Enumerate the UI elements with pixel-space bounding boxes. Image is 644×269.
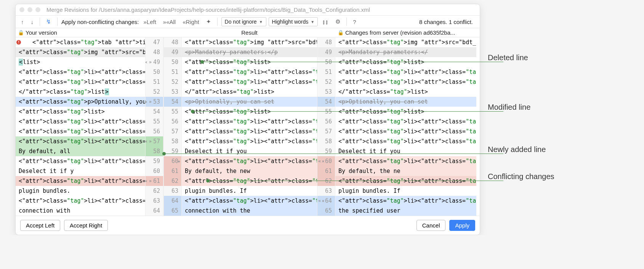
mid-code[interactable]: <"attr">class="tag">li><"attr">class="ta… (182, 117, 317, 126)
mid-code[interactable]: <"attr">class="tag">img "attr">src="bdt_… (182, 37, 317, 47)
prev-diff-icon[interactable]: ↑ (19, 18, 26, 26)
left-gutter[interactable]: 64 (145, 206, 163, 216)
mid-code[interactable]: <"attr">class="tag">li><"attr">class="ta… (182, 126, 317, 136)
right-code[interactable]: By default, the ne (335, 166, 476, 176)
right-code[interactable]: plugin bundles. If (335, 186, 476, 196)
gear-icon[interactable]: ⚙ (333, 17, 343, 26)
left-gutter[interactable]: 54 (145, 107, 163, 117)
accept-left-button[interactable]: Accept Left (20, 220, 60, 231)
left-code[interactable]: <"attr">class="tag">li><"attr">class="ta… (16, 126, 145, 136)
mid-code[interactable]: <"attr">class="tag">li><"attr">class="ta… (182, 136, 317, 146)
left-code[interactable]: <"attr">class="tag">li><"attr">class="ta… (16, 136, 145, 146)
mid-right-gutter[interactable]: 49 (317, 47, 335, 57)
right-code[interactable]: <"attr">class="tag">li><"attr">class="ta… (335, 156, 476, 166)
mid-right-gutter[interactable]: 64«✕ (317, 196, 335, 206)
cancel-button[interactable]: Cancel (417, 220, 446, 231)
left-code[interactable]: <list> (16, 57, 145, 67)
right-code[interactable]: Deselect it if you (335, 146, 476, 156)
mid-code[interactable]: <p>Mandatory parameters:</p (182, 47, 317, 57)
right-code[interactable]: <"attr">class="tag">li><"attr">class="ta… (335, 67, 476, 77)
mid-left-gutter[interactable]: 48 (163, 37, 182, 47)
left-gutter[interactable]: 51 (145, 77, 163, 87)
left-code[interactable]: <"attr">class="tag">li><"attr">class="ta… (16, 156, 145, 166)
accept-right-icon[interactable]: « (318, 156, 321, 166)
mid-code[interactable]: <"attr">class="tag">li><"attr">class="ta… (182, 196, 317, 206)
right-code[interactable]: <"attr">class="tag">li><"attr">class="ta… (335, 176, 476, 186)
mid-code[interactable]: <"attr">class="tag">li><"attr">class="ta… (182, 156, 317, 166)
right-code[interactable]: </"attr">class="tag">list> (335, 87, 476, 97)
sync-scroll-icon[interactable]: ⫿⫿ (320, 18, 331, 26)
left-code[interactable]: ! <"attr">class="tag">tab "attr">title="… (16, 37, 145, 47)
mid-right-gutter[interactable]: 55 (317, 107, 335, 117)
reject-icon[interactable]: ✕ (145, 57, 147, 67)
help-icon[interactable]: ? (351, 18, 358, 26)
reject-right-icon[interactable]: ✕ (322, 196, 324, 206)
right-code[interactable]: <"attr">class="tag">li><"attr">class="ta… (335, 117, 476, 126)
left-gutter[interactable]: 50 (145, 67, 163, 77)
mid-right-gutter[interactable]: 53 (317, 87, 335, 97)
apply-left-button[interactable]: » Left (141, 18, 158, 26)
mid-left-gutter[interactable]: 60 ✦ (163, 156, 182, 166)
right-code[interactable]: <"attr">class="tag">list> (335, 57, 476, 67)
left-gutter[interactable]: ✕»57 (145, 136, 163, 146)
right-code[interactable]: <"attr">class="tag">li><"attr">class="ta… (335, 196, 476, 206)
left-gutter[interactable]: 62 (145, 186, 163, 196)
mid-left-gutter[interactable]: 58 (163, 136, 182, 146)
next-diff-icon[interactable]: ↓ (29, 18, 36, 26)
traffic-lights[interactable] (19, 7, 40, 12)
mid-right-gutter[interactable]: 56 (317, 117, 335, 126)
mid-right-gutter[interactable]: 63 (317, 186, 335, 196)
left-gutter[interactable]: ✕»53 (145, 97, 163, 107)
accept-icon[interactable]: » (149, 97, 152, 107)
left-code[interactable]: <"attr">class="tag">li><"attr">class="ta… (16, 176, 145, 186)
mid-right-gutter[interactable]: 48 (317, 37, 335, 47)
left-gutter[interactable]: ✕»49 (145, 57, 163, 67)
mid-left-gutter[interactable]: 61 (163, 166, 182, 176)
mid-right-gutter[interactable]: 57 (317, 126, 335, 136)
left-gutter[interactable]: 60 (145, 166, 163, 176)
mid-left-gutter[interactable]: 49 (163, 47, 182, 57)
min-dot[interactable] (27, 7, 32, 12)
magic-resolve-icon[interactable]: ↯ (44, 17, 53, 26)
highlight-combo[interactable]: Highlight words▼ (269, 17, 318, 26)
titlebar[interactable]: Merge Revisions for /Users/anna.gasparya… (16, 4, 480, 16)
left-code[interactable]: <"attr">class="tag">li><"attr">class="ta… (16, 77, 145, 87)
mid-code[interactable]: <"attr">class="tag">li><"attr">class="ta… (182, 67, 317, 77)
mid-code[interactable]: By default, the new (182, 166, 317, 176)
left-code[interactable]: <"attr">class="tag">li><"attr">class="ta… (16, 67, 145, 77)
reject-right-icon[interactable]: ✕ (322, 156, 324, 166)
left-gutter[interactable]: 55 (145, 117, 163, 126)
left-code[interactable]: <"attr">class="tag">list> (16, 107, 145, 117)
mid-right-gutter[interactable]: 65 (317, 206, 335, 216)
accept-right-icon[interactable]: « (318, 196, 321, 206)
mid-left-gutter[interactable]: 64 (163, 196, 182, 206)
mid-right-gutter[interactable]: 58 (317, 136, 335, 146)
left-code[interactable]: plugin bundles. (16, 186, 145, 196)
left-code[interactable]: <"attr">class="tag">img "attr">src="bdt_… (16, 47, 145, 57)
mid-left-gutter[interactable]: 57 (163, 126, 182, 136)
left-gutter[interactable]: ✕»61 (145, 176, 163, 186)
mid-right-gutter[interactable]: 61 (317, 166, 335, 176)
left-code[interactable]: <"attr">class="tag">li><"attr">class="ta… (16, 117, 145, 126)
accept-right-button[interactable]: Accept Right (64, 220, 108, 231)
right-code[interactable]: <"attr">class="tag">li><"attr">class="ta… (335, 77, 476, 87)
mid-left-gutter[interactable]: 63 (163, 186, 182, 196)
left-gutter[interactable]: 63 (145, 196, 163, 206)
mid-code[interactable]: <"attr">class="tag">list> (182, 107, 317, 117)
mid-left-gutter[interactable]: 54 (163, 97, 182, 107)
left-gutter[interactable]: 48 (145, 47, 163, 57)
mid-code[interactable]: <"attr">class="tag">li><"attr">class="ta… (182, 176, 317, 186)
mid-code[interactable]: <"attr">class="tag">li><"attr">class="ta… (182, 77, 317, 87)
accept-icon[interactable]: » (149, 57, 152, 67)
right-code[interactable]: <"attr">class="tag">li><"attr">class="ta… (335, 126, 476, 136)
apply-all-button[interactable]: »« All (161, 18, 178, 26)
mid-left-gutter[interactable]: 52 (163, 77, 182, 87)
mid-left-gutter[interactable]: 62 (163, 176, 182, 186)
left-gutter[interactable]: 56 (145, 126, 163, 136)
left-code[interactable]: By default, all (16, 146, 145, 156)
left-gutter[interactable]: 59 (145, 156, 163, 166)
left-gutter[interactable]: 47 (145, 37, 163, 47)
reject-icon[interactable]: ✕ (145, 136, 147, 146)
left-code[interactable]: <"attr">class="tag">p>Optionally, you ca… (16, 97, 145, 107)
mid-right-gutter[interactable]: 54 (317, 97, 335, 107)
